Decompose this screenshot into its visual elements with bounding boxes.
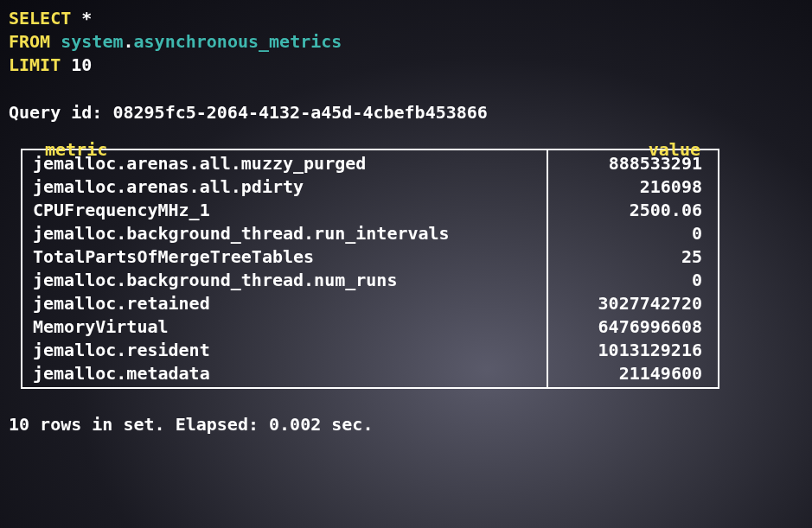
keyword-limit: LIMIT	[9, 54, 61, 75]
value-column: value 888533291 216098 2500.06 0 25 0 30…	[547, 149, 719, 389]
table-row: 6476996608	[548, 315, 718, 339]
table-row: 216098	[548, 175, 718, 199]
table-row: 2500.06	[548, 199, 718, 222]
query-line-2: FROM system.asynchronous_metrics	[9, 30, 803, 54]
result-summary: 10 rows in set. Elapsed: 0.002 sec.	[9, 413, 803, 436]
query-id-line: Query id: 08295fc5-2064-4132-a45d-4cbefb…	[9, 101, 803, 124]
table-row: 25	[548, 245, 718, 269]
table-row: 1013129216	[548, 339, 718, 362]
table-row: jemalloc.resident	[22, 339, 547, 362]
table-row: jemalloc.background_thread.run_intervals	[22, 222, 547, 245]
table-row: 0	[548, 269, 718, 292]
select-star: *	[71, 8, 92, 29]
table-name: asynchronous_metrics	[134, 31, 342, 52]
table-schema: system	[50, 31, 123, 52]
limit-number: 10	[61, 54, 92, 75]
query-id-value: 08295fc5-2064-4132-a45d-4cbefb453866	[112, 102, 487, 123]
query-line-1: SELECT *	[9, 7, 803, 30]
result-table: metric jemalloc.arenas.all.muzzy_purged …	[9, 149, 803, 389]
table-row: TotalPartsOfMergeTreeTables	[22, 245, 547, 269]
keyword-from: FROM	[9, 31, 50, 52]
table-row: 0	[548, 222, 718, 245]
table-row: MemoryVirtual	[22, 315, 547, 339]
metric-column: metric jemalloc.arenas.all.muzzy_purged …	[21, 149, 548, 389]
table-row: jemalloc.retained	[22, 292, 547, 315]
table-row: jemalloc.arenas.all.pdirty	[22, 175, 547, 199]
table-dot: .	[123, 31, 133, 52]
column-header-metric: metric	[45, 138, 107, 162]
table-row: 3027742720	[548, 292, 718, 315]
table-row: 21149600	[548, 362, 718, 385]
query-line-3: LIMIT 10	[9, 54, 803, 77]
query-id-label: Query id:	[9, 102, 112, 123]
table-row: jemalloc.background_thread.num_runs	[22, 269, 547, 292]
table-row: jemalloc.metadata	[22, 362, 547, 385]
keyword-select: SELECT	[9, 8, 71, 29]
column-header-value: value	[649, 138, 700, 162]
table-row: CPUFrequencyMHz_1	[22, 199, 547, 222]
